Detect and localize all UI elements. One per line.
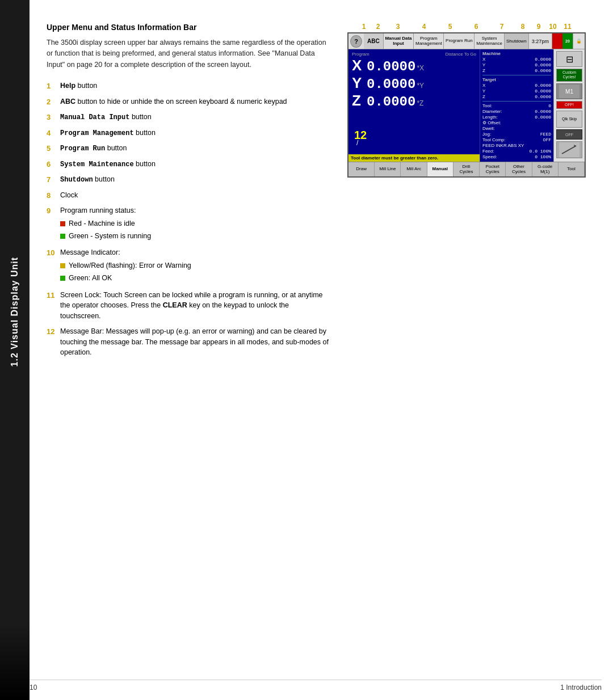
target-x-label: X [482,83,485,88]
intro-paragraph: The 3500i display screen upper bar alway… [47,37,330,70]
sub-item-green2: Green: All OK [60,273,330,284]
axis-letter-y: Y [352,75,364,90]
machine-x-row: X 0.0000 [482,57,551,62]
jog-val: FEED [540,132,551,137]
toolcomp-label: Tool Comp: [482,137,505,142]
list-num-9: 9 [47,205,56,217]
sub-item-green: Green - System is running [60,231,330,242]
nl-1: 1 [358,23,370,31]
tab-draw[interactable]: Draw [349,162,375,176]
list-text-8: Clock [60,190,330,201]
system-maintenance-button[interactable]: SystemMaintenance [475,33,504,49]
tab-manual[interactable]: Manual [427,162,454,176]
toolcomp-val: OFF [543,137,551,142]
yellow-bullet-icon [60,263,65,268]
program-label: Program [352,52,370,57]
qlk-skip-button[interactable]: Qlk Skip [556,111,582,128]
cnc-screen: ? ABC Manual DataInput ProgramManagement… [347,32,586,178]
list-num-3: 3 [47,112,56,123]
tab-other-cycles[interactable]: OtherCycles [506,162,532,176]
offset-label: ⚙ Offset: [482,120,501,125]
feed-val: 0.0 100% [530,149,551,154]
feature-list: 1 Help button 2 ABC button to hide or un… [47,81,330,358]
axis-star-x: *X [417,64,424,72]
nl-3: 3 [386,23,410,31]
machine-y-label: Y [482,62,485,68]
feed-mode-label: FEED INKR ABS XY [482,143,524,148]
dwell-label: Dwell: [482,126,495,131]
sub-item-red: Red - Machine is idle [60,218,330,229]
display-wrapper: Program Distance To Go X 0.0000 *X Y 0.0… [349,49,585,162]
sub-list-9: Red - Machine is idle Green - System is … [60,217,330,242]
tab-pocket-cycles[interactable]: PocketCycles [480,162,506,176]
diameter-row: Diameter: 0.0000 [482,109,551,114]
green-status-text: Green - System is running [69,231,151,242]
list-text-10: Message Indicator: Yellow/Red (flashing)… [60,247,330,285]
list-item-1: 1 Help button [47,81,330,92]
right-info-panel: Machine X 0.0000 Y 0.0000 Z 0.0000 Targe… [480,49,553,162]
list-num-12: 12 [47,326,56,338]
scroll-icon: ⊟ [556,51,582,67]
program-run-button[interactable]: Program Run [444,33,475,49]
yellow-status-text: Yellow/Red (flashing): Error or Warning [69,260,191,271]
green-bullet-icon [60,234,65,239]
bottom-tab-bar: Draw Mill Line Mill Arc Manual DrillCycl… [349,162,585,176]
tab-mill-line[interactable]: Mill Line [375,162,401,176]
length-row: Length: 0.0000 [482,115,551,120]
list-num-6: 6 [47,159,56,170]
jog-label: Jog: [482,132,491,137]
sub-item-yellow: Yellow/Red (flashing): Error or Warning [60,260,330,271]
length-val: 0.0000 [535,115,551,120]
green2-status-text: Green: All OK [69,273,112,284]
clock-display: 3:27pm [529,33,552,49]
target-y-val: 0.0000 [535,88,551,94]
nl-7: 7 [490,23,513,31]
top-bar: ? ABC Manual DataInput ProgramManagement… [349,33,585,49]
list-text-9: Program running status: Red - Machine is… [60,205,330,243]
tab-tool[interactable]: Tool [559,162,585,176]
off-button-2[interactable]: OFF [556,129,582,140]
list-text-12: Message Bar: Messages will pop-up (e.g. … [60,326,330,358]
tool-row: Tool: 0 [482,103,551,108]
red-bullet-icon [60,221,65,226]
speed-val: 0 100% [535,154,551,159]
target-z-label: Z [482,94,485,99]
feed-label: Feed: [482,149,494,154]
axis-letter-z: Z [352,93,364,108]
list-num-7: 7 [47,174,56,185]
tab-mill-arc[interactable]: Mill Arc [401,162,427,176]
nl-4: 4 [410,23,438,31]
status-indicator-green: 20 [562,33,573,49]
axis-value-x: 0.0000 [367,59,415,74]
tab-gcode[interactable]: G-codeM(1) [532,162,559,176]
main-content: Upper Menu and Status Information Bar Th… [30,0,613,700]
custom-cycles-button[interactable]: CustomCycles! [556,69,582,82]
list-text-3: Manual Data Input button [60,112,330,123]
screen-lock-button[interactable]: 🔒 [573,33,585,49]
message-bar[interactable]: Tool diameter must be greater than zero. [349,154,480,162]
target-y-label: Y [482,88,485,94]
divider-1 [482,75,551,75]
machine-y-row: Y 0.0000 [482,62,551,68]
distance-label: Distance To Go [445,52,476,57]
list-text-11: Screen Lock: Touch Screen can be locked … [60,290,330,322]
axis-value-z: 0.0000 [367,94,415,109]
help-button[interactable]: ? [350,35,362,48]
shutdown-button[interactable]: Shutdown [505,33,529,49]
program-management-button[interactable]: ProgramManagement [414,33,444,49]
target-x-val: 0.0000 [535,83,551,88]
axis-row-x: X 0.0000 *X [352,58,476,74]
nl-10: 10 [545,23,561,31]
machine-y-val: 0.0000 [535,62,551,68]
list-num-8: 8 [47,190,56,201]
off-button-1[interactable]: OFF! [556,101,582,109]
speed-row: Speed: 0 100% [482,154,551,159]
list-item-2: 2 ABC button to hide or unhide the on sc… [47,96,330,108]
tool-val: 0 [548,103,551,108]
tab-drill-cycles[interactable]: DrillCycles [454,162,480,176]
manual-data-input-button[interactable]: Manual DataInput [384,33,414,49]
list-item-11: 11 Screen Lock: Touch Screen can be lock… [47,290,330,322]
list-item-12: 12 Message Bar: Messages will pop-up (e.… [47,326,330,358]
abc-button[interactable]: ABC [364,33,384,49]
list-num-2: 2 [47,96,56,108]
